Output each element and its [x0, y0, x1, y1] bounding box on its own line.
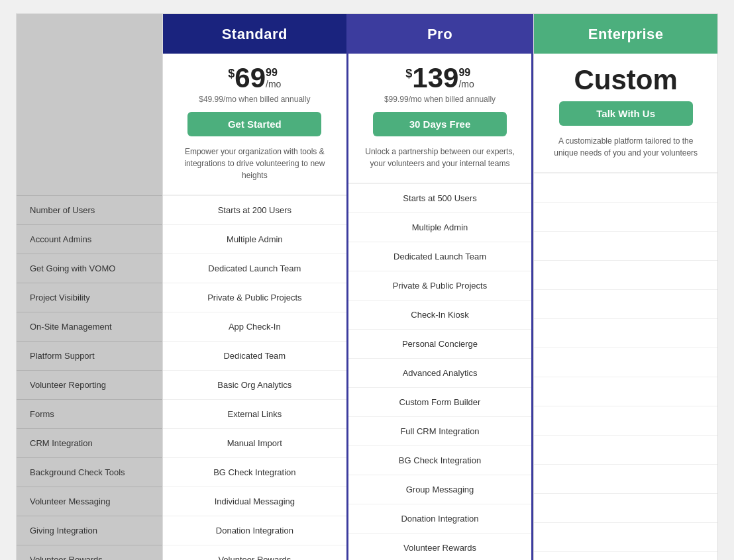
plan-cta-button-pro[interactable]: 30 Days Free: [373, 112, 507, 136]
plan-feature-row: Individual Messaging: [163, 487, 346, 516]
plan-feature-row: [534, 260, 717, 289]
sidebar-feature-row: Volunteer Rewards: [17, 545, 162, 560]
sidebar-feature-row: Volunteer Messaging: [17, 487, 162, 516]
sidebar-feature-row: On-Site Management: [17, 312, 162, 341]
sidebar-feature-row: Project Visibility: [17, 283, 162, 312]
sidebar-feature-row: Number of Users: [17, 195, 162, 224]
plan-features-pro: Starts at 500 UsersMultiple AdminDedicat…: [348, 183, 532, 560]
plan-feature-row: [534, 522, 717, 551]
plan-feature-row: [534, 377, 717, 406]
plan-feature-row: Volunteer Rewards: [348, 533, 532, 560]
custom-price: Custom: [542, 64, 709, 96]
price-main: 69: [235, 64, 266, 92]
sidebar-feature-row: Get Going with VOMO: [17, 254, 162, 283]
plan-cta-button-standard[interactable]: Get Started: [187, 112, 321, 136]
plan-feature-row: Multiple Admin: [163, 224, 346, 254]
plan-feature-row: Dedicated Launch Team: [163, 254, 346, 283]
plan-feature-row: [534, 318, 717, 348]
plan-feature-row: Personal Concierge: [348, 329, 532, 358]
price-annual: $49.99/mo when billed annually: [171, 95, 339, 104]
price-cents-mo: 99/mo: [266, 67, 281, 89]
plan-header-standard: Standard: [163, 14, 346, 54]
plan-feature-row: [534, 464, 717, 493]
sidebar-feature-row: CRM Integration: [17, 428, 162, 457]
price-annual: $99.99/mo when billed annually: [356, 95, 524, 104]
plan-body-standard: $6999/mo$49.99/mo when billed annuallyGe…: [163, 54, 346, 195]
plan-header-title: Enterprise: [541, 26, 711, 43]
plan-feature-row: Basic Org Analytics: [163, 370, 346, 399]
plan-feature-row: [534, 493, 717, 522]
plan-feature-row: [534, 348, 717, 377]
plan-body-enterprise: CustomTalk With UsA customizable platfor…: [534, 54, 717, 173]
plan-feature-row: Dedicated Launch Team: [348, 242, 532, 271]
sidebar-feature-row: Forms: [17, 399, 162, 428]
price-cents-mo: 99/mo: [458, 67, 474, 89]
plan-feature-row: [534, 173, 717, 202]
plan-header-title: Standard: [170, 26, 340, 43]
plan-header-enterprise: Enterprise: [534, 14, 717, 54]
plan-feature-row: Custom Form Builder: [348, 387, 532, 416]
price-cents: 99: [266, 67, 278, 79]
plan-feature-row: [534, 289, 717, 318]
sidebar: Number of UsersAccount AdminsGet Going w…: [17, 14, 162, 560]
sidebar-feature-row: Account Admins: [17, 224, 162, 254]
pricing-table: Number of UsersAccount AdminsGet Going w…: [16, 13, 718, 560]
plan-description: A customizable platform tailored to the …: [542, 135, 709, 159]
plan-features-standard: Starts at 200 UsersMultiple AdminDedicat…: [163, 195, 346, 560]
price-dollar: $: [228, 67, 235, 81]
sidebar-header: [17, 14, 162, 52]
price-line: $13999/mo: [356, 64, 524, 92]
plan-feature-row: Starts at 200 Users: [163, 195, 346, 224]
sidebar-feature-row: Background Check Tools: [17, 457, 162, 487]
plan-description: Unlock a partnership between our experts…: [356, 146, 524, 169]
sidebar-feature-row: Giving Integration: [17, 516, 162, 545]
price-main: 139: [412, 64, 458, 92]
plan-cta-button-enterprise[interactable]: Talk With Us: [559, 101, 693, 126]
plan-feature-row: BG Check Integration: [348, 445, 532, 475]
plan-feature-row: Advanced Analytics: [348, 358, 532, 387]
plan-feature-row: Full CRM Integration: [348, 416, 532, 445]
plan-feature-row: External Links: [163, 399, 346, 428]
plan-feature-row: Private & Public Projects: [348, 271, 532, 300]
plan-feature-row: Donation Integration: [348, 504, 532, 533]
plan-feature-row: Private & Public Projects: [163, 283, 346, 312]
plan-feature-row: Volunteer Rewards: [163, 545, 346, 560]
plan-features-enterprise: [534, 173, 717, 560]
sidebar-spacer: [17, 52, 162, 195]
plan-feature-row: [534, 202, 717, 231]
plan-feature-row: Donation Integration: [163, 516, 346, 545]
plan-header-pro: Pro: [348, 14, 532, 54]
price-line: $6999/mo: [171, 64, 339, 92]
plan-feature-row: BG Check Integration: [163, 457, 346, 487]
plan-feature-row: Check-In Kiosk: [348, 300, 532, 329]
plan-col-enterprise: EnterpriseCustomTalk With UsA customizab…: [533, 14, 717, 560]
price-mo: /mo: [266, 79, 281, 89]
sidebar-features: Number of UsersAccount AdminsGet Going w…: [17, 195, 162, 560]
plan-feature-row: Dedicated Team: [163, 341, 346, 370]
price-cents: 99: [458, 67, 470, 79]
plan-feature-row: Manual Import: [163, 428, 346, 457]
sidebar-feature-row: Volunteer Reporting: [17, 370, 162, 399]
plan-feature-row: [534, 551, 717, 560]
plan-feature-row: Multiple Admin: [348, 212, 532, 242]
plan-col-standard: Standard$6999/mo$49.99/mo when billed an…: [162, 14, 346, 560]
price-mo: /mo: [458, 79, 474, 89]
plan-feature-row: [534, 406, 717, 435]
price-dollar: $: [405, 67, 412, 81]
plan-description: Empower your organization with tools & i…: [171, 146, 339, 181]
plan-feature-row: [534, 435, 717, 464]
sidebar-feature-row: Platform Support: [17, 341, 162, 370]
plan-feature-row: [534, 231, 717, 260]
plans-container: Standard$6999/mo$49.99/mo when billed an…: [162, 14, 717, 560]
plan-feature-row: Group Messaging: [348, 475, 532, 504]
plan-feature-row: App Check-In: [163, 312, 346, 341]
plan-col-pro: Pro$13999/mo$99.99/mo when billed annual…: [346, 14, 534, 560]
plan-feature-row: Starts at 500 Users: [348, 183, 532, 212]
plan-body-pro: $13999/mo$99.99/mo when billed annually3…: [348, 54, 532, 183]
plan-header-title: Pro: [355, 26, 525, 43]
